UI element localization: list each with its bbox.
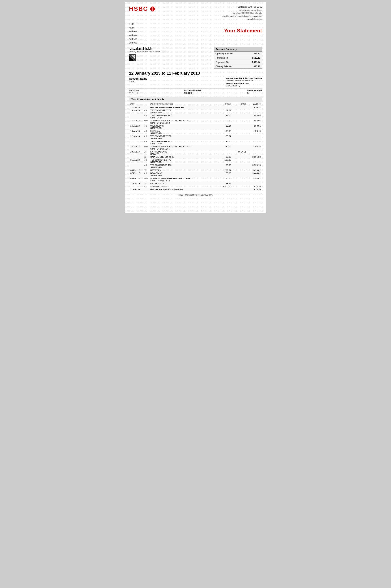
table-row: VIS TESCO GARAGE 1831STAFFORD 55.00 3,72…: [129, 164, 262, 169]
col-header-out: Paid out: [217, 102, 232, 106]
tx-type: VIS: [143, 159, 149, 164]
payments-out-row: Payments Out 3,605.74: [214, 60, 262, 64]
tx-balance: 3,499.82: [247, 169, 262, 172]
barcode-number: 097835_269 3/ 4 00007 46535 18561 17722: [129, 51, 166, 53]
table-row: 28 Jan 13 CR LAR HOMECARESALARY 3,617.12: [129, 150, 262, 156]
tx-desc: ATM NATIONWIDE GREENGATE STREETSTAFFORD …: [149, 119, 217, 124]
footer: HSBC PO Box 1888 Coventry CV3 9WN: [129, 193, 262, 196]
barcode-graphic: (function(){ const container = document.…: [129, 47, 166, 50]
table-row: 09 Feb 13 ATM ATM NATIONWIDE GREENGATE S…: [129, 177, 262, 182]
tx-balance: [247, 159, 262, 164]
tx-balance: 3,891.38: [247, 156, 262, 159]
tx-paid-in: [232, 114, 247, 119]
payments-in-value: 3,617.12: [244, 56, 262, 60]
hsbc-diamond-icon: [149, 5, 156, 12]
tx-date: 11 Feb 13: [129, 182, 143, 185]
tx-date: 19 Jan 13: [129, 130, 143, 135]
closing-balance-row: Closing Balance 826.10: [214, 64, 262, 69]
tx-paid-in: [232, 185, 247, 188]
footer-text: HSBC PO Box 1888 Coventry CV3 9WN: [178, 194, 213, 196]
tx-paid-out: 2,500.00: [217, 185, 232, 188]
tx-date: 09 Feb 13: [129, 177, 143, 182]
tx-paid-in: [232, 188, 247, 191]
payments-out-label: Payments Out: [214, 60, 244, 64]
tx-date: [129, 164, 143, 169]
tx-desc: BALANCE CARRIED FORWARD: [149, 188, 217, 191]
account-ref: 0737: [129, 22, 137, 26]
tx-paid-in: [232, 124, 247, 130]
tx-date: 28 Jan 13: [129, 150, 143, 156]
payments-in-row: Payments In 3,617.12: [214, 56, 262, 60]
tx-paid-out: 50.00: [217, 177, 232, 182]
contact-info: Contact tel 08457 60 60 60 see reverse f…: [222, 5, 262, 21]
tx-type: VIS: [143, 164, 149, 169]
table-row: 22 Jan 13 VIS TESCO STORE 3775STAFFORD 8…: [129, 135, 262, 140]
transactions-table: Date Payment type and details Paid out P…: [129, 102, 262, 191]
hsbc-logo-text: HSBC: [129, 5, 148, 12]
table-row: 04 Feb 13 DD NETWORK 229.34 3,499.82: [129, 169, 262, 172]
transactions-section: Your Current Account details Date Paymen…: [129, 97, 262, 191]
tx-paid-in: [232, 182, 247, 185]
address-line3: address: [129, 37, 137, 41]
tx-type: DD: [143, 182, 149, 185]
tx-paid-in: 3,617.12: [232, 150, 247, 156]
tx-paid-out: 107.22: [217, 159, 232, 164]
tx-paid-out: 29.24: [217, 124, 232, 130]
account-number-value: 45681821: [184, 92, 202, 94]
tx-type: [143, 106, 149, 109]
table-row: SO SARAH ALFRED 2,500.00 826.10: [129, 185, 262, 188]
tx-paid-in: [232, 106, 247, 109]
tx-date: 31 Jan 13: [129, 159, 143, 164]
tx-paid-in: [232, 172, 247, 177]
tx-desc: LAR HOMECARESALARY: [149, 150, 217, 156]
tx-balance: [247, 182, 262, 185]
tx-paid-in: [232, 159, 247, 164]
tx-date: 11 Feb 13: [129, 188, 143, 191]
closing-balance-label: Closing Balance: [214, 64, 244, 69]
tx-paid-out: 17.86: [217, 156, 232, 159]
tx-paid-out: [217, 150, 232, 156]
iban-label: International Bank Account Number: [226, 77, 262, 80]
tx-paid-in: [232, 145, 247, 150]
tx-date: [129, 185, 143, 188]
tx-date: 16 Jan 13: [129, 124, 143, 130]
tx-paid-in: [232, 164, 247, 169]
account-number-col: Account Number 45681821: [184, 89, 202, 94]
barcode-section: (function(){ const container = document.…: [129, 47, 166, 62]
tx-desc: ATM NATIONWIDE GREENGATE STREETSTAFFORD …: [149, 177, 217, 182]
tx-balance: 826.10: [247, 185, 262, 188]
date-range: 12 January 2013 to 11 February 2013: [129, 71, 262, 76]
tx-type: DD: [143, 169, 149, 172]
tx-date: [129, 140, 143, 145]
address-line2: address: [129, 33, 137, 37]
tx-paid-out: 105.35: [217, 130, 232, 135]
tx-date: [129, 156, 143, 159]
tx-desc: NETWORK: [149, 169, 217, 172]
summary-table: Opening Balance 814.72 Payments In 3,617…: [214, 52, 262, 69]
table-row: VIS TESCO GARAGE 1831STAFFORD 45.00 322.…: [129, 140, 262, 145]
tx-type: VIS: [143, 124, 149, 130]
sheet-number-value: 14: [247, 92, 262, 94]
bic-value: MIDLGB2187Q: [226, 84, 262, 87]
tx-desc: TESCO STORE 3775STAFFORD: [149, 135, 217, 140]
table-row: 31 Jan 13 VIS TESCO STORE 3775STAFFORD 1…: [129, 159, 262, 164]
tx-balance: [247, 109, 262, 114]
tx-paid-out: [217, 188, 232, 191]
tx-desc: BRANTANOSTAFFORD: [149, 172, 217, 177]
table-row: DD CAPITAL ONE EUROPE 17.86 3,891.38: [129, 156, 262, 159]
tx-balance: 826.10: [247, 188, 262, 191]
table-row: 19 Jan 13 VIS MATALANSTAFFORD 105.35 453…: [129, 130, 262, 135]
tx-balance: 588.05: [247, 119, 262, 124]
account-number-label: Account Number: [184, 89, 202, 92]
table-row: 11 Feb 13 DD BT GROUP PLC 68.72: [129, 182, 262, 185]
tx-desc: TESCO GARAGE 1831STAFFORD: [149, 164, 217, 169]
tx-paid-in: [232, 130, 247, 135]
address-line4: address: [129, 41, 137, 45]
tx-balance: 558.81: [247, 124, 262, 130]
sortcode-label: Sortcode: [129, 89, 139, 92]
iban-value: GB96MIDL40020045681823: [226, 80, 262, 82]
tx-date: 07 Feb 13: [129, 172, 143, 177]
tx-desc: WILKINSONSSTAFFORD: [149, 124, 217, 130]
tx-desc: CAPITAL ONE EUROPE: [149, 156, 217, 159]
tx-date: [129, 114, 143, 119]
